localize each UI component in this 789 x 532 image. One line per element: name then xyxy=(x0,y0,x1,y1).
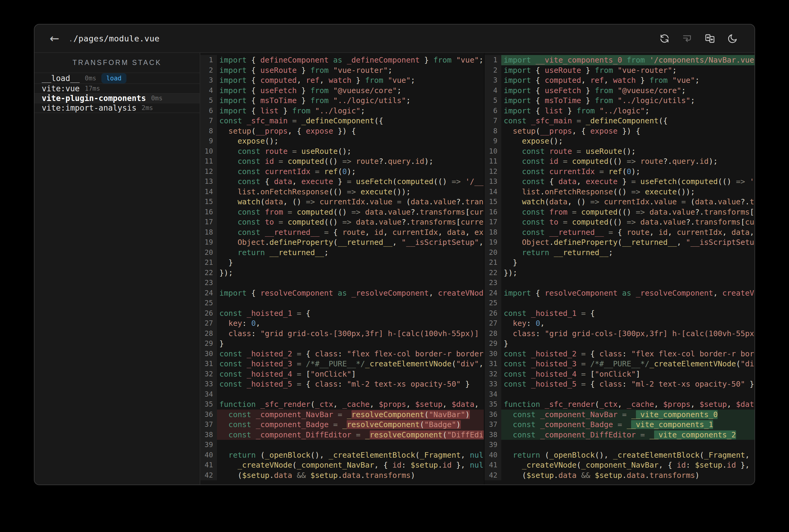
line-number: 19 xyxy=(200,237,217,248)
diff-pane-after[interactable]: 1import __vite_components_0 from '/compo… xyxy=(484,53,754,484)
code-line: 25 xyxy=(485,298,754,308)
code-line: 23 xyxy=(200,278,484,288)
line-number: 16 xyxy=(485,207,501,217)
code-text: return __returned__; xyxy=(217,248,484,258)
code-text: const from = computed(() => data.value?.… xyxy=(501,207,754,217)
code-line: 14 list.onFetchResponse(() => execute())… xyxy=(200,187,484,197)
code-text: const _component_NavBar = __vite_compone… xyxy=(501,410,754,420)
line-number: 32 xyxy=(485,369,501,379)
code-line: 18 const __returned__ = { route, id, cur… xyxy=(485,227,754,238)
sidebar-item-vite:vue[interactable]: vite:vue17ms xyxy=(35,84,200,94)
line-number: 6 xyxy=(485,106,501,116)
line-number: 1 xyxy=(200,55,217,65)
diff-word-highlight: _vite_components_2 xyxy=(654,431,736,439)
diff-view: 1import { defineComponent as _defineComp… xyxy=(200,53,754,484)
code-lines-before: 1import { defineComponent as _defineComp… xyxy=(200,55,484,480)
code-text: import { useFetch } from "@vueuse/core"; xyxy=(217,86,484,96)
code-text: Object.defineProperty(__returned__, "__i… xyxy=(217,237,484,248)
code-line: 8 setup(__props, { expose }) { xyxy=(485,126,754,136)
code-text: const route = useRoute(); xyxy=(217,146,484,156)
code-line: 39 xyxy=(485,440,754,450)
plugin-name: vite-plugin-components xyxy=(42,94,146,103)
code-line: 29} xyxy=(485,339,754,349)
line-number: 41 xyxy=(200,460,217,470)
line-number: 29 xyxy=(200,339,217,349)
code-text: const id = computed(() => route?.query.i… xyxy=(217,156,484,167)
code-line: 13 const { data, execute } = useFetch(co… xyxy=(485,176,754,187)
sidebar-item-vite-plugin-components[interactable]: vite-plugin-components0ms xyxy=(35,94,200,103)
code-line: 3import { computed, ref, watch } from "v… xyxy=(485,75,754,86)
code-line: 24import { resolveComponent as _resolveC… xyxy=(485,288,754,298)
code-line: 37 const _component_Badge = __vite_compo… xyxy=(485,420,754,430)
sidebar-item-vite:import-analysis[interactable]: vite:import-analysis2ms xyxy=(35,103,200,113)
diff-pane-before[interactable]: 1import { defineComponent as _defineComp… xyxy=(200,53,484,484)
code-line: 8 setup(__props, { expose }) { xyxy=(200,126,484,136)
line-number: 36 xyxy=(200,410,217,420)
line-number: 16 xyxy=(200,207,217,217)
code-text: class: "grid grid-cols-[300px,3fr] h-[ca… xyxy=(501,328,754,339)
inline-diff-toggle-button[interactable] xyxy=(682,33,693,44)
line-number: 14 xyxy=(485,187,501,197)
vite-inspect-window: ← ./pages/module.vue xyxy=(34,24,755,485)
line-number: 39 xyxy=(200,440,217,450)
code-text: return (_openBlock(), _createElementBloc… xyxy=(501,450,754,460)
code-text: expose(); xyxy=(217,136,484,146)
code-line: 19 Object.defineProperty(__returned__, "… xyxy=(485,237,754,248)
line-number: 8 xyxy=(200,126,217,136)
code-text: import { resolveComponent as _resolveCom… xyxy=(217,288,484,298)
code-text: _createVNode(_component_NavBar, { id: $s… xyxy=(501,460,754,470)
code-line: 19 Object.defineProperty(__returned__, "… xyxy=(200,237,484,248)
code-line: 34 xyxy=(485,389,754,400)
line-number: 40 xyxy=(485,450,501,460)
line-number: 7 xyxy=(485,116,501,126)
plugin-name: vite:vue xyxy=(42,84,79,93)
code-line: 34 xyxy=(200,389,484,400)
line-number: 13 xyxy=(485,176,501,187)
code-line: 7const _sfc_main = _defineComponent({ xyxy=(485,116,754,126)
code-line: 2import { useRoute } from "vue-router"; xyxy=(200,65,484,76)
code-line: 26const _hoisted_1 = { xyxy=(485,308,754,319)
code-line: 40 return (_openBlock(), _createElementB… xyxy=(485,450,754,460)
line-number: 42 xyxy=(200,470,217,481)
refresh-button[interactable] xyxy=(659,33,670,44)
line-number: 13 xyxy=(200,176,217,187)
code-text xyxy=(501,298,754,308)
code-line: 36 const _component_NavBar = _resolveCom… xyxy=(200,410,484,420)
code-text: const _hoisted_3 = /*#__PURE__*/_createE… xyxy=(217,359,484,369)
code-text: import { useRoute } from "vue-router"; xyxy=(217,65,484,76)
side-by-side-diff-button[interactable] xyxy=(704,33,715,44)
code-text: const to = computed(() => data.value?.tr… xyxy=(501,217,754,227)
code-text: _createVNode(_component_NavBar, { id: $s… xyxy=(217,460,484,470)
code-text xyxy=(217,278,484,288)
line-number: 41 xyxy=(485,460,501,470)
line-number: 27 xyxy=(200,318,217,328)
transform-stack-list: __load__0msloadvite:vue17msvite-plugin-c… xyxy=(35,73,200,113)
line-number: 10 xyxy=(200,146,217,156)
line-number: 4 xyxy=(200,86,217,96)
code-text: ($setup.data && $setup.data.transforms) xyxy=(501,470,754,481)
code-text: const _component_DiffEditor = __vite_com… xyxy=(501,430,754,440)
code-line: 14 list.onFetchResponse(() => execute())… xyxy=(485,187,754,197)
code-text: const _sfc_main = _defineComponent({ xyxy=(217,116,484,126)
moon-icon xyxy=(727,33,738,44)
code-line: 30const _hoisted_2 = { class: "flex flex… xyxy=(200,349,484,359)
line-number: 24 xyxy=(485,288,501,298)
line-number: 5 xyxy=(485,96,501,106)
theme-toggle-button[interactable] xyxy=(727,33,738,44)
sidebar-item-__load__[interactable]: __load__0msload xyxy=(35,73,200,84)
code-text: const _hoisted_1 = { xyxy=(217,308,484,319)
code-line: 31const _hoisted_3 = /*#__PURE__*/_creat… xyxy=(200,359,484,369)
module-title-path: /pages/module.vue xyxy=(74,34,160,43)
line-number: 20 xyxy=(200,248,217,258)
line-number: 26 xyxy=(200,308,217,319)
code-text: }); xyxy=(217,268,484,278)
code-line: 24import { resolveComponent as _resolveC… xyxy=(200,288,484,298)
line-number: 21 xyxy=(200,258,217,268)
line-number: 28 xyxy=(200,328,217,339)
code-line: 32const _hoisted_4 = ["onClick"] xyxy=(485,369,754,379)
code-text: import { list } from "../logic"; xyxy=(501,106,754,116)
back-button[interactable]: ← xyxy=(50,33,59,44)
line-number: 37 xyxy=(200,420,217,430)
code-line: 38 const _component_DiffEditor = __vite_… xyxy=(485,430,754,440)
code-line: 13 const { data, execute } = useFetch(co… xyxy=(200,176,484,187)
